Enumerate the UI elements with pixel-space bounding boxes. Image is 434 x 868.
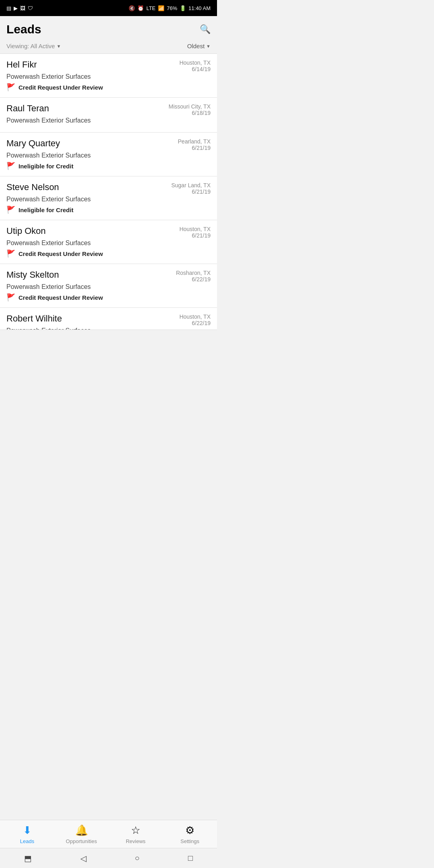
- flag-label: Ineligible for Credit: [18, 163, 74, 170]
- flag-label: Credit Request Under Review: [18, 84, 103, 91]
- lead-service: Powerwash Exterior Surfaces: [6, 240, 211, 247]
- time-display: 11:40 AM: [188, 5, 211, 11]
- alarm-icon: ⏰: [137, 5, 144, 11]
- flag-icon: 🚩: [6, 293, 15, 302]
- image-icon: 🖼: [20, 5, 25, 11]
- lead-location: Houston, TX: [179, 59, 211, 66]
- lead-item[interactable]: Hel Fikr Houston, TX 6/14/19 Powerwash E…: [0, 54, 217, 98]
- lead-top-row: Misty Skelton Rosharon, TX 6/22/19: [6, 270, 211, 283]
- lead-date: 6/21/19: [179, 232, 211, 239]
- lead-service: Powerwash Exterior Surfaces: [6, 152, 211, 159]
- flag-icon: 🚩: [6, 249, 15, 258]
- battery-icon: 🔋: [180, 5, 186, 11]
- lead-location: Pearland, TX: [178, 138, 211, 145]
- lead-top-row: Hel Fikr Houston, TX 6/14/19: [6, 59, 211, 72]
- lead-flag-row: 🚩 Credit Request Under Review: [6, 293, 211, 302]
- lead-location: Missouri City, TX: [169, 103, 211, 110]
- status-bar: ▤ ▶ 🖼 🛡 🔇 ⏰ LTE 📶 76% 🔋 11:40 AM: [0, 0, 217, 16]
- lead-date: 6/18/19: [169, 110, 211, 116]
- youtube-icon: ▶: [14, 5, 18, 11]
- lead-name: Steve Nelson: [6, 182, 59, 192]
- lead-item[interactable]: Raul Teran Missouri City, TX 6/18/19 Pow…: [0, 98, 217, 133]
- lead-top-row: Robert Wilhite Houston, TX 6/22/19: [6, 313, 211, 326]
- lte-label: LTE: [146, 5, 156, 11]
- leads-list: Hel Fikr Houston, TX 6/14/19 Powerwash E…: [0, 54, 217, 330]
- status-icons-right: 🔇 ⏰ LTE 📶 76% 🔋 11:40 AM: [129, 5, 211, 11]
- lead-name: Raul Teran: [6, 103, 49, 114]
- lead-location: Houston, TX: [179, 313, 211, 320]
- lead-name: Mary Quartey: [6, 138, 60, 149]
- lead-top-row: Steve Nelson Sugar Land, TX 6/21/19: [6, 182, 211, 195]
- lead-location: Rosharon, TX: [176, 270, 211, 276]
- lead-top-row: Raul Teran Missouri City, TX 6/18/19: [6, 103, 211, 116]
- flag-label: Ineligible for Credit: [18, 207, 74, 213]
- flag-icon: 🚩: [6, 83, 15, 92]
- lead-top-row: Mary Quartey Pearland, TX 6/21/19: [6, 138, 211, 151]
- lead-item[interactable]: Misty Skelton Rosharon, TX 6/22/19 Power…: [0, 264, 217, 308]
- lead-item[interactable]: Utip Okon Houston, TX 6/21/19 Powerwash …: [0, 220, 217, 264]
- lead-item[interactable]: Robert Wilhite Houston, TX 6/22/19 Power…: [0, 308, 217, 330]
- lead-name: Hel Fikr: [6, 59, 37, 70]
- lead-top-row: Utip Okon Houston, TX 6/21/19: [6, 226, 211, 239]
- flag-label: Credit Request Under Review: [18, 250, 103, 257]
- lead-flag-row: 🚩 Ineligible for Credit: [6, 162, 211, 170]
- lead-name: Robert Wilhite: [6, 313, 62, 324]
- lead-date: 6/21/19: [171, 188, 211, 195]
- lead-name: Misty Skelton: [6, 270, 59, 280]
- lead-meta: Missouri City, TX 6/18/19: [169, 103, 211, 116]
- lead-service: Powerwash Exterior Surfaces: [6, 196, 211, 203]
- lead-flag-row: 🚩 Credit Request Under Review: [6, 83, 211, 92]
- lead-date: 6/22/19: [179, 320, 211, 326]
- lead-meta: Sugar Land, TX 6/21/19: [171, 182, 211, 195]
- lead-service: Powerwash Exterior Surfaces: [6, 327, 211, 330]
- sim-icon: ▤: [6, 5, 11, 11]
- lead-date: 6/22/19: [176, 276, 211, 283]
- lead-service: Powerwash Exterior Surfaces: [6, 283, 211, 291]
- lead-flag-row: 🚩 Ineligible for Credit: [6, 205, 211, 214]
- lead-location: Sugar Land, TX: [171, 182, 211, 188]
- flag-icon: 🚩: [6, 162, 15, 170]
- page-header: Leads 🔍: [0, 16, 217, 40]
- lead-flag-row: 🚩 Credit Request Under Review: [6, 249, 211, 258]
- lead-meta: Pearland, TX 6/21/19: [178, 138, 211, 151]
- lead-name: Utip Okon: [6, 226, 46, 236]
- lead-meta: Houston, TX 6/14/19: [179, 59, 211, 72]
- shield-icon: 🛡: [28, 5, 33, 11]
- lead-item[interactable]: Steve Nelson Sugar Land, TX 6/21/19 Powe…: [0, 176, 217, 220]
- lead-meta: Houston, TX 6/22/19: [179, 313, 211, 326]
- flag-icon: 🚩: [6, 205, 15, 214]
- flag-label: Credit Request Under Review: [18, 294, 103, 301]
- lead-location: Houston, TX: [179, 226, 211, 232]
- status-icons-left: ▤ ▶ 🖼 🛡: [6, 5, 33, 11]
- lead-date: 6/21/19: [178, 145, 211, 151]
- lead-date: 6/14/19: [179, 66, 211, 72]
- viewing-label: Viewing: All Active: [6, 43, 55, 49]
- lead-meta: Rosharon, TX 6/22/19: [176, 270, 211, 283]
- sort-label: Oldest: [187, 43, 205, 49]
- page-title: Leads: [6, 23, 41, 36]
- battery-label: 76%: [167, 5, 177, 11]
- mute-icon: 🔇: [129, 5, 135, 11]
- signal-icon: 📶: [158, 5, 164, 11]
- viewing-filter-button[interactable]: Viewing: All Active ▼: [6, 43, 61, 49]
- sort-chevron-icon: ▼: [206, 44, 211, 49]
- filter-bar: Viewing: All Active ▼ Oldest ▼: [0, 40, 217, 54]
- lead-service: Powerwash Exterior Surfaces: [6, 73, 211, 80]
- sort-button[interactable]: Oldest ▼: [187, 43, 211, 49]
- lead-service: Powerwash Exterior Surfaces: [6, 117, 211, 124]
- viewing-chevron-icon: ▼: [57, 44, 61, 49]
- lead-meta: Houston, TX 6/21/19: [179, 226, 211, 239]
- search-button[interactable]: 🔍: [200, 24, 211, 35]
- lead-item[interactable]: Mary Quartey Pearland, TX 6/21/19 Powerw…: [0, 133, 217, 176]
